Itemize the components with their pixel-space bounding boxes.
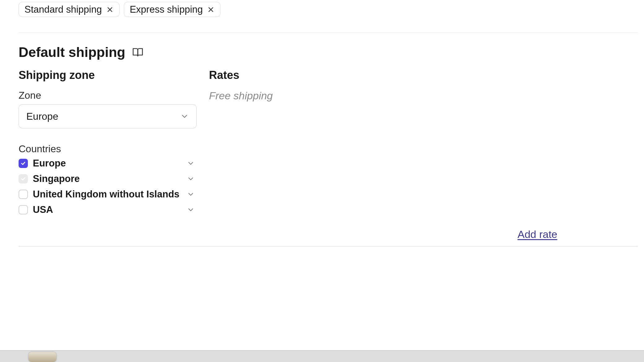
country-row-singapore[interactable]: Singapore [19,173,197,185]
shipping-zone-heading: Shipping zone [19,69,197,82]
rates-column: Rates Free shipping [209,69,625,216]
zone-select-value: Europe [26,111,58,122]
divider [19,246,638,247]
country-row-europe[interactable]: Europe [19,157,197,170]
zone-field-label: Zone [19,90,197,101]
country-name: Singapore [33,173,80,184]
checkbox-empty[interactable] [19,205,28,214]
footer-thumbnail [28,352,56,362]
free-shipping-text: Free shipping [209,90,625,102]
chevron-down-icon [180,112,189,121]
chip-express-shipping[interactable]: Express shipping [124,2,220,17]
checkbox-checked[interactable] [19,159,28,168]
add-rate-link[interactable]: Add rate [517,228,557,240]
chevron-down-icon[interactable] [187,190,195,198]
chevron-down-icon[interactable] [187,206,195,214]
countries-list: Europe Singapore [19,157,197,216]
book-icon[interactable] [132,47,143,58]
country-name: Europe [33,158,66,169]
close-icon[interactable] [106,6,114,13]
country-name: United Kingdom without Islands [33,189,180,200]
rates-heading: Rates [209,69,625,82]
country-name: USA [33,204,53,215]
close-icon[interactable] [207,6,215,13]
chip-label: Standard shipping [24,5,102,14]
section-title: Default shipping [19,45,125,60]
chevron-down-icon[interactable] [187,175,195,183]
checkbox-soft[interactable] [19,174,28,183]
chip-standard-shipping[interactable]: Standard shipping [19,2,120,17]
checkbox-empty[interactable] [19,190,28,199]
chip-label: Express shipping [130,5,203,14]
zone-select[interactable]: Europe [19,104,197,128]
shipping-method-chips: Standard shipping Express shipping [19,0,625,26]
shipping-zone-column: Shipping zone Zone Europe Countries [19,69,197,216]
footer-background [0,350,644,362]
country-row-uk[interactable]: United Kingdom without Islands [19,188,197,200]
country-row-usa[interactable]: USA [19,204,197,216]
divider [19,32,638,33]
chevron-down-icon[interactable] [187,159,195,167]
section-header: Default shipping [19,45,625,60]
countries-label: Countries [19,143,197,155]
